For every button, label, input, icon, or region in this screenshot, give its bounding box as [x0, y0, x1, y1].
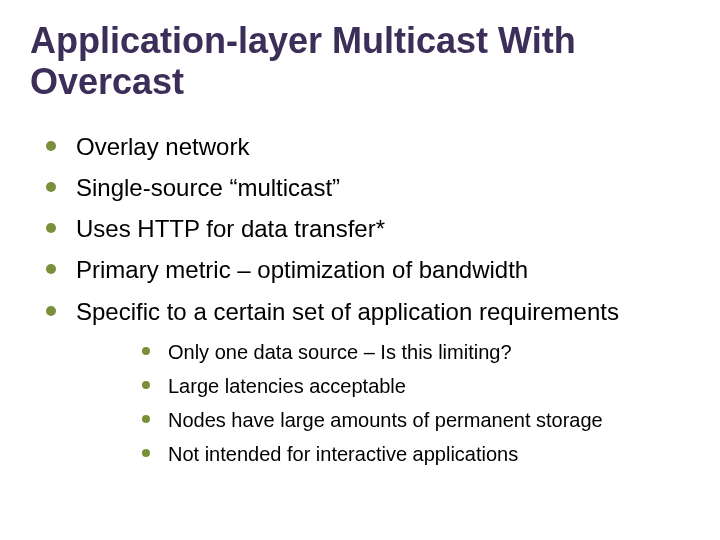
slide: Application-layer Multicast With Overcas… [0, 0, 720, 540]
list-item: Primary metric – optimization of bandwid… [40, 254, 690, 285]
list-item: Overlay network [40, 131, 690, 162]
list-item: Uses HTTP for data transfer* [40, 213, 690, 244]
main-bullet-list: Overlay network Single-source “multicast… [40, 131, 690, 467]
slide-title: Application-layer Multicast With Overcas… [30, 20, 690, 103]
list-item: Single-source “multicast” [40, 172, 690, 203]
sub-bullet-list: Only one data source – Is this limiting?… [136, 339, 690, 467]
list-item: Nodes have large amounts of permanent st… [136, 407, 690, 433]
list-item: Not intended for interactive application… [136, 441, 690, 467]
list-item-text: Specific to a certain set of application… [76, 298, 619, 325]
list-item: Only one data source – Is this limiting? [136, 339, 690, 365]
list-item: Specific to a certain set of application… [40, 296, 690, 467]
list-item: Large latencies acceptable [136, 373, 690, 399]
